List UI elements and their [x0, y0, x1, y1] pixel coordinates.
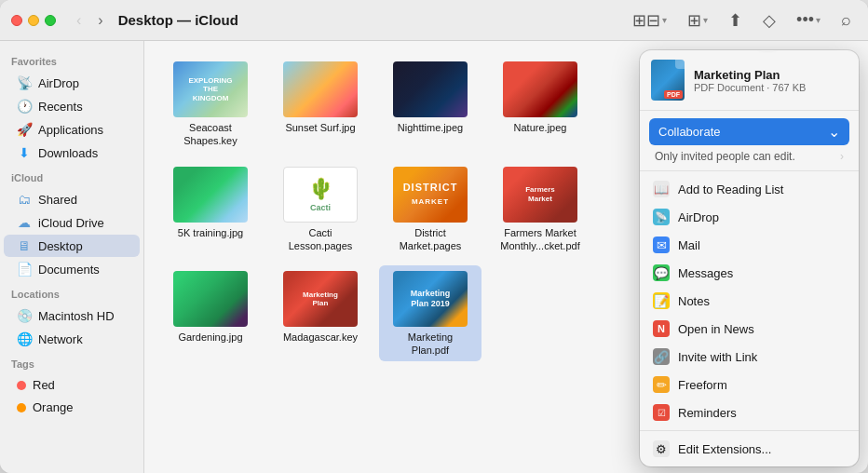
- file-area: EXPLORINGTHEKINGDOM SeacoastShapes.key S…: [144, 41, 868, 473]
- popover-file-meta: PDF Document · 767 KB: [694, 82, 848, 93]
- sidebar-recents-label: Recents: [38, 100, 83, 114]
- sidebar-item-macintosh-hd[interactable]: 💿 Macintosh HD: [4, 304, 140, 327]
- sidebar-item-network[interactable]: 🌐 Network: [4, 328, 140, 350]
- sidebar-item-shared[interactable]: 🗂 Shared: [4, 188, 140, 210]
- breadcrumb: Desktop — iCloud: [118, 12, 627, 28]
- collaborate-sub[interactable]: Only invited people can edit. ›: [649, 145, 849, 163]
- menu-item-messages[interactable]: 💬 Messages: [640, 259, 859, 287]
- airdrop-icon: 📡: [17, 75, 32, 90]
- popover-file-info: Marketing Plan PDF Document · 767 KB: [694, 68, 848, 93]
- locations-label: Locations: [0, 281, 143, 304]
- icloud-label: iCloud: [0, 165, 143, 187]
- menu-item-reading-list[interactable]: 📖 Add to Reading List: [640, 175, 859, 203]
- file-item-nighttime[interactable]: Nighttime.jpeg: [379, 56, 481, 152]
- menu-item-freeform[interactable]: ✏ Freeform: [640, 371, 859, 399]
- menu-item-news[interactable]: N Open in News: [640, 315, 859, 343]
- collaborate-dropdown[interactable]: Collaborate ⌄: [649, 118, 849, 145]
- freeform-icon: ✏: [653, 376, 670, 393]
- file-thumb-madagascar: MarketingPlan: [283, 271, 358, 327]
- file-name-nighttime: Nighttime.jpeg: [398, 121, 463, 134]
- file-item-farmers[interactable]: FarmersMarket Farmers MarketMonthly...ck…: [489, 161, 591, 257]
- forward-button[interactable]: ›: [92, 10, 108, 31]
- file-item-madagascar[interactable]: MarketingPlan Madagascar.key: [269, 265, 372, 361]
- sidebar-shared-label: Shared: [38, 193, 77, 207]
- popover-arrow: [760, 50, 775, 51]
- chevron-down-icon: ▾: [662, 15, 667, 25]
- close-button[interactable]: [11, 15, 22, 26]
- file-name-5k: 5K training.jpg: [178, 226, 243, 239]
- file-thumb-nature: [503, 61, 577, 117]
- search-button[interactable]: ⌕: [835, 7, 857, 34]
- file-item-5k[interactable]: 5K training.jpg: [159, 161, 262, 257]
- file-item-district[interactable]: DISTRICTMARKET DistrictMarket.pages: [379, 161, 481, 257]
- view-toggle-button[interactable]: ⊞⊟ ▾: [627, 7, 672, 34]
- icloud-drive-icon: ☁: [17, 215, 32, 230]
- file-name-district: DistrictMarket.pages: [400, 226, 462, 253]
- file-item-seacoast[interactable]: EXPLORINGTHEKINGDOM SeacoastShapes.key: [159, 56, 262, 152]
- sidebar-item-icloud-drive[interactable]: ☁ iCloud Drive: [4, 211, 140, 234]
- menu-item-airdrop[interactable]: 📡 AirDrop: [640, 203, 859, 231]
- sidebar-item-applications[interactable]: 🚀 Applications: [4, 118, 140, 141]
- file-item-gardening[interactable]: Gardening.jpg: [159, 265, 262, 361]
- sidebar-item-desktop[interactable]: 🖥 Desktop: [4, 235, 140, 257]
- file-item-sunset[interactable]: Sunset Surf.jpg: [269, 56, 372, 152]
- sidebar-network-label: Network: [38, 332, 83, 346]
- red-tag-dot: [17, 381, 26, 390]
- menu-airdrop-label: AirDrop: [678, 210, 719, 224]
- sidebar-item-documents[interactable]: 📄 Documents: [4, 258, 140, 280]
- messages-icon: 💬: [653, 264, 670, 281]
- finder-window: ‹ › Desktop — iCloud ⊞⊟ ▾ ⊞ ▾ ⬆ ◇ ••• ▾: [0, 0, 868, 473]
- menu-news-label: Open in News: [678, 322, 754, 336]
- tag-icon: ◇: [763, 10, 776, 31]
- collaborate-label: Collaborate: [658, 125, 721, 139]
- sidebar-item-orange[interactable]: Orange: [4, 397, 140, 418]
- nav-buttons: ‹ ›: [71, 10, 109, 31]
- titlebar: ‹ › Desktop — iCloud ⊞⊟ ▾ ⊞ ▾ ⬆ ◇ ••• ▾: [0, 0, 868, 41]
- collaborate-chevron-icon: ⌄: [828, 123, 840, 141]
- menu-item-mail[interactable]: ✉ Mail: [640, 231, 859, 259]
- ellipsis-icon: •••: [796, 10, 814, 30]
- pdf-badge: PDF: [664, 90, 683, 99]
- sidebar-icloud-drive-label: iCloud Drive: [38, 216, 104, 230]
- file-name-cacti: CactiLesson.pages: [289, 226, 353, 253]
- file-thumb-marketing: MarketingPlan 2019: [393, 271, 468, 327]
- traffic-lights: [11, 15, 56, 26]
- minimize-button[interactable]: [28, 15, 39, 26]
- sidebar-macintosh-hd-label: Macintosh HD: [38, 309, 115, 323]
- main-content: Favorites 📡 AirDrop 🕐 Recents 🚀 Applicat…: [0, 41, 868, 473]
- sidebar-item-airdrop[interactable]: 📡 AirDrop: [4, 72, 140, 94]
- menu-invite-link-label: Invite with Link: [678, 350, 757, 364]
- more-button[interactable]: ••• ▾: [791, 7, 826, 34]
- share-button[interactable]: ⬆: [723, 7, 748, 34]
- maximize-button[interactable]: [45, 15, 56, 26]
- desktop-icon: 🖥: [17, 238, 32, 253]
- file-item-marketing[interactable]: MarketingPlan 2019 MarketingPlan.pdf: [379, 265, 481, 361]
- popover-menu: 📖 Add to Reading List 📡 AirDrop ✉ Mail 💬…: [640, 171, 859, 466]
- toolbar-right: ⊞⊟ ▾ ⊞ ▾ ⬆ ◇ ••• ▾ ⌕: [627, 7, 857, 34]
- mail-icon: ✉: [653, 236, 670, 253]
- sidebar-red-label: Red: [33, 378, 55, 392]
- menu-reading-list-label: Add to Reading List: [678, 182, 783, 196]
- file-thumb-cacti: 🌵 Cacti: [283, 167, 358, 223]
- menu-item-edit-extensions[interactable]: ⚙ Edit Extensions...: [640, 435, 859, 463]
- airdrop-share-icon: 📡: [653, 209, 670, 225]
- back-button[interactable]: ‹: [71, 10, 87, 31]
- network-icon: 🌐: [17, 331, 32, 346]
- file-item-nature[interactable]: Nature.jpeg: [489, 56, 591, 152]
- tag-button[interactable]: ◇: [757, 7, 781, 34]
- chevron-down-icon3: ▾: [816, 15, 821, 25]
- file-name-sunset: Sunset Surf.jpg: [285, 121, 355, 134]
- menu-item-notes[interactable]: 📝 Notes: [640, 287, 859, 315]
- popover-file-name: Marketing Plan: [694, 68, 848, 82]
- sidebar-item-red[interactable]: Red: [4, 374, 140, 396]
- tags-label: Tags: [0, 351, 143, 373]
- menu-item-reminders[interactable]: ☑ Reminders: [640, 399, 859, 426]
- menu-item-invite-link[interactable]: 🔗 Invite with Link: [640, 343, 859, 371]
- sidebar-item-recents[interactable]: 🕐 Recents: [4, 95, 140, 117]
- sidebar-item-downloads[interactable]: ⬇ Downloads: [4, 142, 140, 164]
- shared-icon: 🗂: [17, 192, 32, 207]
- group-button[interactable]: ⊞ ▾: [682, 7, 713, 34]
- file-item-cacti[interactable]: 🌵 Cacti CactiLesson.pages: [269, 161, 372, 257]
- reminders-icon: ☑: [653, 404, 670, 421]
- file-thumb-farmers: FarmersMarket: [503, 167, 577, 223]
